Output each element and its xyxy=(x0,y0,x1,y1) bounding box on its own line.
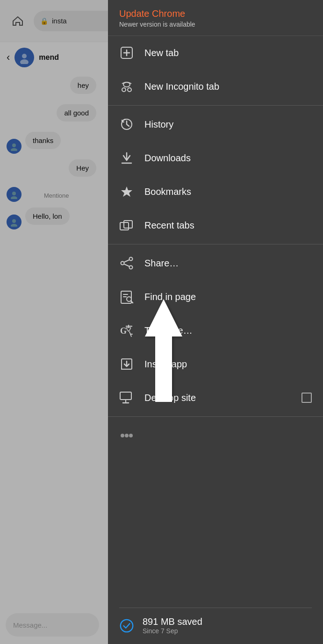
downloads-icon xyxy=(119,150,134,165)
svg-point-41 xyxy=(129,434,133,437)
savings-row: 891 MB saved Since 7 Sep xyxy=(119,611,312,635)
menu-item-label: Downloads xyxy=(144,153,191,164)
menu-item-recent-tabs[interactable]: Recent tabs xyxy=(108,208,323,242)
menu-item-label: History xyxy=(144,119,173,130)
menu-item-bookmarks[interactable]: Bookmarks xyxy=(108,175,323,208)
menu-item-label: New Incognito tab xyxy=(144,81,219,92)
translate-icon: G xyxy=(119,323,134,338)
svg-point-21 xyxy=(121,262,124,265)
install-icon xyxy=(119,357,134,372)
menu-item-label: Find in page xyxy=(144,292,196,302)
menu-item-install-app[interactable]: Install app xyxy=(108,347,323,381)
update-chrome-item[interactable]: Update Chrome Newer version is available xyxy=(108,0,323,36)
desktop-icon xyxy=(119,390,134,405)
share-icon xyxy=(119,256,134,271)
menu-item-label: Desktop site xyxy=(144,393,196,403)
update-chrome-subtitle: Newer version is available xyxy=(119,21,312,28)
menu-item-label: Bookmarks xyxy=(144,186,191,197)
svg-point-20 xyxy=(129,258,133,261)
find-icon xyxy=(119,289,134,304)
new-tab-icon xyxy=(119,45,134,60)
history-icon xyxy=(119,117,134,132)
menu-item-label: Translate… xyxy=(144,325,193,336)
menu-divider xyxy=(108,105,323,106)
svg-marker-17 xyxy=(121,186,132,197)
svg-text:G: G xyxy=(120,326,127,336)
menu-item-history[interactable]: History xyxy=(108,107,323,141)
update-chrome-title: Update Chrome xyxy=(119,8,312,19)
menu-item-more[interactable] xyxy=(108,419,323,452)
svg-line-23 xyxy=(124,260,129,262)
svg-line-24 xyxy=(124,264,129,266)
svg-point-42 xyxy=(121,619,133,631)
more-icon xyxy=(119,428,134,443)
svg-point-13 xyxy=(128,88,131,92)
svg-point-12 xyxy=(122,88,126,92)
desktop-site-checkbox[interactable] xyxy=(301,393,312,403)
savings-icon xyxy=(119,618,134,633)
menu-divider xyxy=(119,608,312,608)
svg-point-40 xyxy=(125,434,129,437)
svg-point-22 xyxy=(129,266,133,269)
menu-item-label: Share… xyxy=(144,258,179,269)
menu-item-new-tab[interactable]: New tab xyxy=(108,36,323,70)
menu-item-desktop-site[interactable]: Desktop site xyxy=(108,381,323,415)
menu-divider xyxy=(108,416,323,417)
menu-divider xyxy=(108,244,323,244)
menu-item-label: Recent tabs xyxy=(144,220,194,231)
chrome-menu: Update Chrome Newer version is available… xyxy=(108,0,323,644)
menu-item-share[interactable]: Share… xyxy=(108,246,323,280)
savings-amount: 891 MB saved xyxy=(143,616,202,627)
menu-item-downloads[interactable]: Downloads xyxy=(108,141,323,175)
menu-item-label: New tab xyxy=(144,48,179,58)
menu-item-label: Install app xyxy=(144,359,187,370)
menu-item-new-incognito-tab[interactable]: New Incognito tab xyxy=(108,70,323,103)
menu-bottom: 891 MB saved Since 7 Sep xyxy=(108,598,323,644)
svg-point-39 xyxy=(121,434,124,437)
svg-rect-36 xyxy=(120,392,131,400)
menu-item-find-in-page[interactable]: Find in page xyxy=(108,280,323,314)
menu-item-translate[interactable]: G Translate… xyxy=(108,314,323,347)
savings-date: Since 7 Sep xyxy=(143,627,202,635)
recent-tabs-icon xyxy=(119,218,134,233)
savings-info: 891 MB saved Since 7 Sep xyxy=(143,616,202,635)
bookmarks-icon xyxy=(119,184,134,199)
incognito-icon xyxy=(119,79,134,94)
